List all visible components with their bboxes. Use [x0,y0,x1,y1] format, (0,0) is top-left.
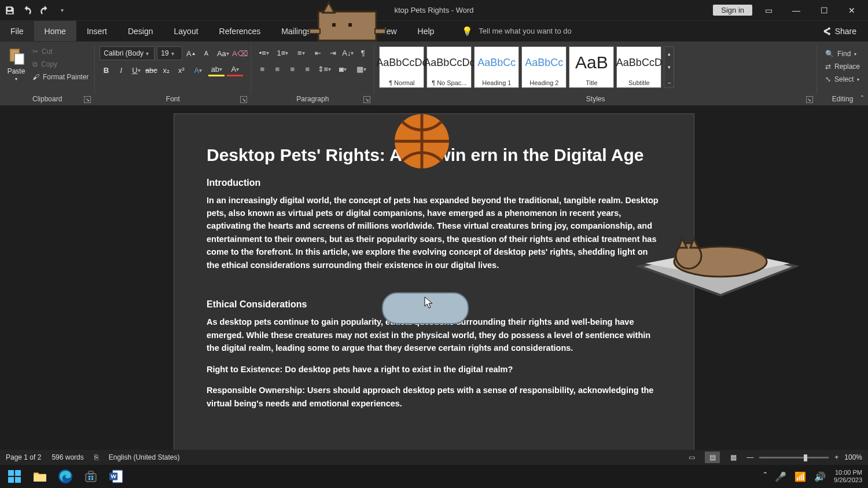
replace-button[interactable]: ⇄ Replace [824,61,861,72]
bold-icon[interactable]: B [100,64,112,76]
status-words[interactable]: 596 words [52,453,83,461]
status-language[interactable]: English (United States) [109,453,180,461]
start-icon[interactable] [6,468,23,485]
font-color-icon[interactable]: A [227,64,243,76]
highlight-icon[interactable]: ab [208,64,225,76]
style-no-spacing[interactable]: AaBbCcDc¶ No Spac... [426,46,472,88]
align-left-icon[interactable]: ≡ [256,63,269,75]
grow-font-icon[interactable]: A▲ [185,47,197,60]
numbering-icon[interactable]: 1≡ [274,46,290,59]
tab-home[interactable]: Home [34,21,76,41]
save-icon[interactable] [5,5,15,16]
underline-icon[interactable]: U [130,64,142,76]
styles-more-icon[interactable]: ▴▾⎯ [664,46,674,88]
strike-icon[interactable]: abc [145,64,157,76]
file-explorer-icon[interactable] [31,468,49,485]
paste-button[interactable]: Paste ▾ [5,46,28,83]
doc-heading-intro[interactable]: Introduction [207,178,661,188]
doc-title[interactable]: Desktop Pets' Rights: A Growin ern in th… [207,144,661,166]
redo-icon[interactable] [39,5,50,16]
styles-gallery[interactable]: AaBbCcDc¶ Normal AaBbCcDc¶ No Spac... Aa… [379,46,674,88]
align-center-icon[interactable]: ≡ [271,63,284,75]
tab-help[interactable]: Help [407,21,445,41]
zoom-in-icon[interactable]: + [834,453,838,461]
status-page[interactable]: Page 1 of 2 [6,453,41,461]
page[interactable]: Desktop Pets' Rights: A Growin ern in th… [174,113,694,456]
style-title[interactable]: AaBTitle [569,46,614,88]
ribbon-display-options-icon[interactable]: ▭ [757,2,780,19]
minimize-icon[interactable]: — [785,2,808,19]
maximize-icon[interactable]: ☐ [812,2,836,19]
undo-icon[interactable] [22,5,32,16]
shading-icon[interactable]: ◙ [334,63,351,75]
word-icon[interactable]: W [108,468,125,485]
increase-indent-icon[interactable]: ⇥ [326,46,339,59]
store-icon[interactable] [82,468,100,485]
print-layout-icon[interactable]: ▤ [705,452,720,463]
sort-icon[interactable]: A↓ [341,46,354,59]
tab-mailings[interactable]: Mailings [271,21,321,41]
italic-icon[interactable]: I [115,64,127,76]
doc-paragraph[interactable]: Right to Existence: Do desktop pets have… [207,363,661,376]
zoom-value[interactable]: 100% [844,453,862,461]
select-button[interactable]: ⤡ Select ▾ [824,74,861,85]
document-area[interactable]: Desktop Pets' Rights: A Growin ern in th… [0,105,868,456]
zoom-out-icon[interactable]: — [746,453,753,461]
style-heading1[interactable]: AaBbCcHeading 1 [474,46,519,88]
web-layout-icon[interactable]: ▦ [726,452,741,463]
proofing-icon[interactable]: ⎘ [94,453,98,461]
find-button[interactable]: 🔍 Find ▾ [824,49,861,59]
font-size-combo[interactable]: 19 [157,46,182,60]
font-launcher-icon[interactable]: ↘ [240,96,247,103]
decrease-indent-icon[interactable]: ⇤ [311,46,324,59]
format-painter-button[interactable]: 🖌 Format Painter [31,72,90,82]
zoom-slider[interactable] [759,457,829,458]
tell-me[interactable]: 💡 Tell me what you want to do [462,21,571,41]
show-marks-icon[interactable]: ¶ [356,46,369,59]
sign-in-button[interactable]: Sign in [713,5,752,16]
tab-view[interactable]: View [369,21,407,41]
clipboard-launcher-icon[interactable]: ↘ [84,96,91,103]
qat-customize-icon[interactable] [57,5,67,16]
style-subtitle[interactable]: AaBbCcDSubtitle [616,46,661,88]
styles-launcher-icon[interactable]: ↘ [806,96,813,103]
read-mode-icon[interactable]: ▭ [684,452,699,463]
cut-button[interactable]: ✂ Cut [31,46,90,57]
tab-review[interactable]: Review [322,21,369,41]
doc-paragraph[interactable]: In an increasingly digital world, the co… [207,194,661,272]
wifi-icon[interactable]: 📶 [795,471,806,482]
multilevel-icon[interactable]: ≡ [293,46,309,59]
clock[interactable]: 10:00 PM 9/26/2023 [834,469,862,484]
justify-icon[interactable]: ≡ [301,63,314,75]
change-case-icon[interactable]: Aa [215,47,231,60]
doc-paragraph[interactable]: Responsible Ownership: Users should appr… [207,384,661,410]
edge-icon[interactable] [57,468,74,485]
bullets-icon[interactable]: •≡ [256,46,272,59]
paragraph-launcher-icon[interactable]: ↘ [363,96,370,103]
tab-insert[interactable]: Insert [76,21,117,41]
shrink-font-icon[interactable]: A [200,47,212,60]
collapse-ribbon-icon[interactable]: ˆ [861,95,863,103]
style-heading2[interactable]: AaBbCcHeading 2 [521,46,567,88]
close-icon[interactable]: ✕ [840,2,863,19]
tray-chevron-icon[interactable]: ˆ [764,471,767,482]
clear-format-icon[interactable]: A⌫ [233,47,246,60]
mic-icon[interactable]: 🎤 [775,471,786,482]
tab-references[interactable]: References [209,21,271,41]
tab-layout[interactable]: Layout [164,21,209,41]
align-right-icon[interactable]: ≡ [286,63,299,75]
doc-heading-ethical[interactable]: Ethical Considerations [207,299,661,310]
tab-file[interactable]: File [0,21,34,41]
copy-button[interactable]: ⧉ Copy [31,59,90,69]
share-button[interactable]: Share [811,21,868,41]
font-family-combo[interactable]: Calibri (Body [100,46,155,60]
tab-design[interactable]: Design [117,21,164,41]
line-spacing-icon[interactable]: ⇕≡ [316,63,332,75]
subscript-icon[interactable]: x₂ [160,64,172,76]
volume-icon[interactable]: 🔊 [814,471,826,482]
superscript-icon[interactable]: x² [175,64,187,76]
borders-icon[interactable]: ▦ [353,63,369,75]
style-normal[interactable]: AaBbCcDc¶ Normal [379,46,424,88]
doc-paragraph[interactable]: As desktop pets continue to gain popular… [207,315,661,354]
text-effects-icon[interactable]: A [190,64,206,76]
